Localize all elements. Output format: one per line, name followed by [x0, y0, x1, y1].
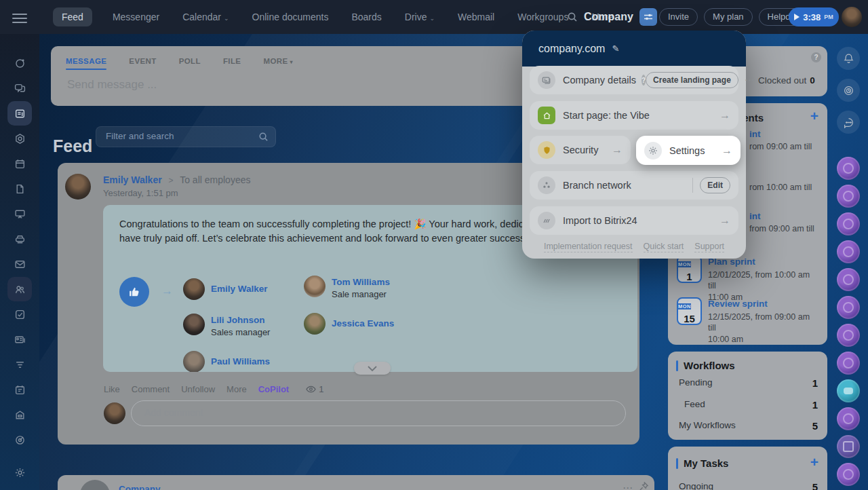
time-tracker-icon[interactable] — [837, 79, 860, 102]
copilot-orb-icon[interactable] — [837, 352, 860, 375]
my-plan-button[interactable]: My plan — [704, 8, 753, 26]
sidebar-item-documents[interactable] — [7, 176, 32, 201]
sidebar-item-mail[interactable] — [7, 252, 32, 276]
menu-item-start-page[interactable]: Start page: the Vibe → — [530, 101, 738, 130]
support-link[interactable]: Support — [694, 242, 724, 252]
composer-tab-more[interactable]: MORE▾ — [263, 57, 293, 70]
nav-item-feed[interactable]: Feed — [53, 7, 92, 26]
menu-item-settings[interactable]: Settings → — [636, 136, 741, 165]
add-comment-input[interactable] — [143, 407, 607, 419]
composer-tab-file[interactable]: FILE — [223, 57, 241, 70]
more-options-icon[interactable]: ⋯ — [623, 482, 633, 490]
workflow-row[interactable]: Pending1 — [679, 377, 818, 389]
liker-item[interactable]: Paul Williams — [183, 351, 270, 372]
sidebar-item-drive[interactable] — [7, 227, 32, 251]
liker-item[interactable]: Tom Williams Sale manager — [304, 276, 394, 299]
sidebar-item-chats[interactable] — [7, 76, 32, 100]
sidebar-item-crm[interactable] — [7, 327, 32, 352]
like-action[interactable]: Like — [104, 384, 120, 394]
filter-search-input[interactable] — [104, 130, 250, 142]
create-landing-page-button[interactable]: Create landing page — [646, 72, 738, 88]
liker-name[interactable]: Lili Johnson — [211, 315, 265, 325]
menu-item-branch-network[interactable]: Branch network Edit — [530, 171, 738, 200]
event-item[interactable]: MON 15 Review sprint 12/15/2025, from 09… — [677, 297, 816, 345]
workflow-row[interactable]: Feed1 — [684, 399, 818, 411]
post-audience[interactable]: To all employees — [180, 174, 250, 185]
contact-badge-icon[interactable] — [837, 435, 860, 458]
sidebar-item-calendar[interactable] — [7, 151, 32, 176]
unfollow-action[interactable]: Unfollow — [181, 384, 215, 394]
copilot-orb-icon[interactable] — [837, 240, 860, 263]
event-title-fragment[interactable]: int — [749, 211, 761, 221]
liker-name[interactable]: Jessica Evans — [332, 318, 394, 328]
sidebar-item-feed[interactable] — [7, 101, 32, 126]
expand-post-button[interactable] — [354, 362, 391, 375]
sidebar-item-boards[interactable] — [7, 202, 32, 226]
nav-item-calendar[interactable]: Calendar⌄ — [180, 7, 231, 26]
author-avatar[interactable] — [65, 174, 91, 200]
composer-tab-message[interactable]: MESSAGE — [66, 57, 106, 70]
search-filter-button[interactable] — [639, 8, 657, 26]
time-tracker-button[interactable]: 3:38 PM — [789, 7, 839, 26]
sidebar-item-copilot[interactable] — [7, 51, 32, 75]
nav-item-online-documents[interactable]: Online documents — [250, 7, 332, 26]
send-message-input[interactable] — [66, 77, 408, 92]
implementation-request-link[interactable]: Implementation request — [544, 242, 633, 252]
copilot-orb-icon[interactable] — [837, 407, 860, 430]
notifications-bell-icon[interactable] — [837, 47, 860, 70]
quick-start-link[interactable]: Quick start — [644, 242, 684, 252]
edit-button[interactable]: Edit — [700, 177, 730, 193]
event-item[interactable]: MON 1 Plan sprint 12/01/2025, from 10:00… — [677, 255, 816, 303]
invite-button[interactable]: Invite — [659, 8, 698, 26]
global-search[interactable]: Company — [567, 0, 657, 34]
chat-orb-icon[interactable] — [837, 379, 860, 402]
chat-sync-icon[interactable] — [837, 111, 860, 134]
menu-item-company-details[interactable]: Company details ? Create landing page ⋯ — [530, 66, 738, 94]
hamburger-menu-icon[interactable] — [12, 11, 27, 22]
sidebar-item-sales-funnel[interactable] — [7, 352, 32, 377]
copilot-orb-icon[interactable] — [837, 212, 860, 235]
sidebar-item-storage[interactable] — [7, 402, 32, 427]
nav-item-drive[interactable]: Drive⌄ — [402, 7, 437, 26]
search-query-text[interactable]: Company — [584, 11, 633, 23]
copilot-orb-icon[interactable] — [837, 296, 860, 319]
copilot-orb-icon[interactable] — [837, 324, 860, 347]
nav-item-workgroups[interactable]: Workgroups — [515, 7, 571, 26]
pin-icon[interactable] — [639, 481, 648, 490]
edit-pencil-icon[interactable]: ✎ — [612, 43, 619, 54]
comment-input-box[interactable] — [131, 400, 626, 426]
menu-item-import[interactable]: Import to Bitrix24 → — [530, 206, 738, 235]
event-title[interactable]: Review sprint — [708, 299, 768, 309]
copilot-orb-icon[interactable] — [837, 157, 860, 180]
copilot-orb-icon[interactable] — [837, 463, 860, 486]
sidebar-item-settings[interactable] — [7, 460, 32, 485]
feed-filter-box[interactable] — [96, 126, 276, 147]
liker-name[interactable]: Paul Williams — [211, 356, 270, 366]
liker-item[interactable]: Lili Johnson Sales manager — [183, 314, 270, 337]
composer-tab-event[interactable]: EVENT — [129, 57, 156, 70]
add-task-button[interactable]: + — [810, 454, 818, 470]
next-feed-post[interactable]: Company ⋯ — [58, 475, 654, 490]
liker-name[interactable]: Emily Walker — [211, 284, 268, 294]
help-icon[interactable]: ? — [811, 52, 821, 62]
post-author-link[interactable]: Company — [119, 484, 161, 490]
copilot-orb-icon[interactable] — [837, 268, 860, 291]
nav-item-boards[interactable]: Boards — [349, 7, 384, 26]
more-action[interactable]: More — [226, 384, 247, 394]
sidebar-item-workgroups[interactable] — [7, 277, 32, 301]
copilot-action[interactable]: CoPilot — [258, 384, 290, 394]
nav-item-webmail[interactable]: Webmail — [455, 7, 497, 26]
liker-item[interactable]: Emily Walker — [183, 278, 270, 300]
task-row[interactable]: Ongoing5 — [679, 481, 818, 490]
nav-item-messenger[interactable]: Messenger — [110, 7, 162, 26]
liker-name[interactable]: Tom Williams — [332, 277, 390, 287]
sidebar-item-tasks[interactable] — [7, 302, 32, 326]
like-reaction-icon[interactable] — [119, 277, 149, 307]
sidebar-item-goals[interactable] — [7, 428, 32, 452]
sidebar-item-automation[interactable] — [7, 126, 32, 151]
copilot-orb-icon[interactable] — [837, 185, 860, 208]
comment-action[interactable]: Comment — [132, 384, 170, 394]
composer-tab-poll[interactable]: POLL — [179, 57, 201, 70]
menu-item-security[interactable]: Security → — [530, 136, 631, 164]
add-event-button[interactable]: + — [810, 108, 818, 124]
